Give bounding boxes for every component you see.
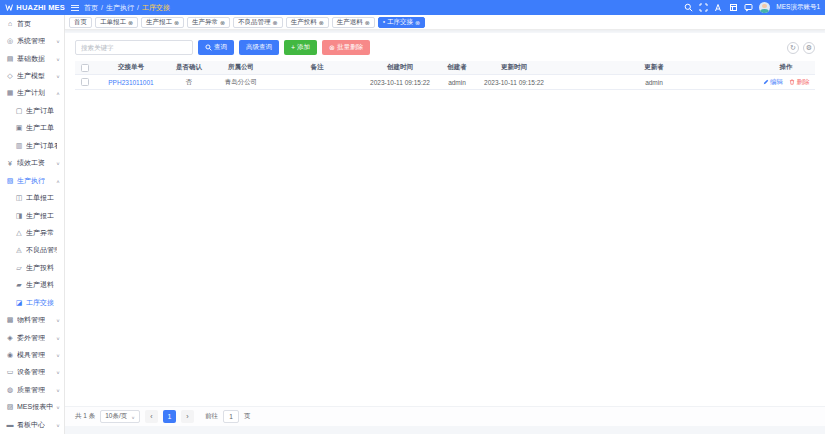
page-size-select[interactable]: 10条/页 ∨	[100, 410, 140, 423]
sidebar-item-workorder-report[interactable]: ◫ 工单报工	[0, 189, 64, 206]
sidebar-item-production-exception[interactable]: △ 生产异常	[0, 224, 64, 241]
home-icon: ⌂	[6, 20, 14, 27]
sidebar-item-order-board[interactable]: ▥ 生产订单看板	[0, 137, 64, 154]
execution-icon: ▧	[6, 177, 14, 185]
tab-material-feed[interactable]: 生产投料 ⊗	[286, 17, 329, 28]
sidebar-item-production-order[interactable]: ▢ 生产订单	[0, 102, 64, 119]
close-icon[interactable]: ⊗	[220, 19, 225, 26]
dashboard-icon: ▬	[6, 421, 14, 428]
chevron-down-icon: ∨	[56, 335, 60, 340]
chevron-down-icon: ∨	[56, 39, 60, 44]
close-icon[interactable]: ⊗	[365, 19, 370, 26]
close-icon[interactable]: ⊗	[273, 19, 278, 26]
tab-production-exception[interactable]: 生产异常 ⊗	[187, 17, 230, 28]
equipment-icon: ▭	[6, 368, 14, 376]
sidebar-item-material-return[interactable]: ▰ 生产退料	[0, 277, 64, 294]
select-all-checkbox[interactable]	[81, 64, 89, 72]
delete-action[interactable]: 删除	[789, 78, 810, 87]
breadcrumb-home[interactable]: 首页	[84, 3, 98, 13]
sidebar-item-production-execution[interactable]: ▧ 生产执行 ∧	[0, 172, 64, 189]
close-icon[interactable]: ⊗	[128, 19, 133, 26]
sidebar-item-system-mgmt[interactable]: ◎ 系统管理 ∨	[0, 32, 64, 49]
next-page-button[interactable]: ›	[181, 410, 194, 423]
tab-defective-mgmt[interactable]: 不良品管理 ⊗	[233, 17, 283, 28]
query-button[interactable]: 查询	[198, 40, 234, 55]
sidebar-item-piece-wage[interactable]: ¥ 绩效工资 ∨	[0, 155, 64, 172]
tab-home[interactable]: 首页	[69, 17, 92, 28]
sidebar-item-production-plan[interactable]: ▦ 生产计划 ∧	[0, 85, 64, 102]
feed-icon: ▱	[15, 264, 23, 272]
sidebar-collapse-icon[interactable]	[71, 5, 79, 11]
toolbar: 查询 高级查询 + 添加 ⊗ 批量删除 ↻ ⚙	[65, 33, 825, 61]
material-icon: ▩	[6, 316, 14, 324]
sidebar-item-outsourcing-mgmt[interactable]: ◈ 委外管理 ∨	[0, 329, 64, 346]
column-settings-icon[interactable]: ⚙	[803, 42, 815, 54]
edit-action[interactable]: 编辑	[763, 78, 784, 87]
col-header-updater: 更新者	[551, 63, 757, 72]
cell-updater: admin	[551, 79, 757, 86]
sidebar-item-production-workorder[interactable]: ▣ 生产工单	[0, 120, 64, 137]
sidebar-item-material-mgmt[interactable]: ▩ 物料管理 ∨	[0, 311, 64, 328]
tab-process-handover[interactable]: ● 工序交接 ⊗	[378, 17, 425, 28]
layout-icon[interactable]	[729, 3, 738, 12]
row-checkbox[interactable]	[81, 78, 89, 86]
delete-icon: ⊗	[329, 44, 335, 51]
breadcrumb-section[interactable]: 生产执行	[106, 3, 134, 13]
tab-production-report[interactable]: 生产报工 ⊗	[141, 17, 184, 28]
sidebar-item-process-handover[interactable]: ◪ 工序交接	[0, 294, 64, 311]
sidebar-item-quality-mgmt[interactable]: ◍ 质量管理 ∨	[0, 381, 64, 398]
app-logo[interactable]: HUAZHI MES	[0, 3, 65, 12]
model-icon: ◇	[6, 72, 14, 80]
workorder-icon: ▣	[15, 124, 23, 132]
sidebar-item-material-feed[interactable]: ▱ 生产投料	[0, 259, 64, 276]
quality-icon: ◍	[6, 386, 14, 394]
sidebar-item-home[interactable]: ⌂ 首页	[0, 15, 64, 32]
chevron-down-icon: ∨	[131, 414, 135, 419]
breadcrumb-current: 工序交接	[142, 3, 170, 13]
sidebar-item-mold-mgmt[interactable]: ◉ 模具管理 ∨	[0, 346, 64, 363]
edit-pencil-icon	[763, 79, 769, 85]
user-avatar[interactable]	[759, 2, 770, 13]
sidebar-item-defective-mgmt[interactable]: ◬ 不良品管理	[0, 242, 64, 259]
goto-page-input[interactable]	[223, 410, 239, 423]
batch-delete-button[interactable]: ⊗ 批量删除	[322, 40, 370, 55]
fullscreen-icon[interactable]	[699, 3, 708, 12]
board-icon: ▥	[15, 142, 23, 150]
table-header-row: 交接单号 是否确认 所属公司 备注 创建时间 创建者 更新时间 更新者 操作	[75, 61, 815, 75]
report-icon: ◨	[15, 212, 23, 220]
sidebar-item-equipment-mgmt[interactable]: ▭ 设备管理 ∨	[0, 364, 64, 381]
sidebar-item-base-data[interactable]: ▤ 基础数据 ∨	[0, 50, 64, 67]
table-row: PPH231011001 否 青岛分公司 2023-10-11 09:15:22…	[75, 75, 815, 90]
close-icon[interactable]: ⊗	[415, 19, 420, 26]
table-empty-space	[65, 90, 825, 406]
handover-no-link[interactable]: PPH231011001	[108, 79, 153, 86]
sidebar-item-board-center[interactable]: ▬ 看板中心 ∨	[0, 416, 64, 433]
page-layout: ⌂ 首页 ◎ 系统管理 ∨ ▤ 基础数据 ∨ ◇ 生产模型 ∨ ▦ 生产计划 ∧…	[0, 15, 825, 434]
plus-icon: +	[291, 44, 295, 51]
add-button[interactable]: + 添加	[284, 40, 317, 55]
close-icon[interactable]: ⊗	[319, 19, 324, 26]
goto-suffix: 页	[244, 412, 251, 421]
database-icon: ▤	[6, 55, 14, 63]
language-icon[interactable]	[714, 3, 723, 12]
message-icon[interactable]	[744, 3, 753, 12]
cell-created-at: 2023-10-11 09:15:22	[363, 79, 437, 86]
defective-icon: ◬	[15, 246, 23, 254]
sidebar-item-production-model[interactable]: ◇ 生产模型 ∨	[0, 67, 64, 84]
username[interactable]: MES演示账号1	[776, 3, 820, 12]
advanced-query-button[interactable]: 高级查询	[239, 40, 279, 55]
close-icon[interactable]: ⊗	[174, 19, 179, 26]
page-1-button[interactable]: 1	[163, 410, 176, 423]
sidebar-item-production-report[interactable]: ◨ 生产报工	[0, 207, 64, 224]
chevron-down-icon: ∨	[56, 318, 60, 323]
search-icon	[205, 44, 212, 51]
search-icon[interactable]	[684, 3, 693, 12]
tab-material-return[interactable]: 生产退料 ⊗	[332, 17, 375, 28]
prev-page-button[interactable]: ‹	[145, 410, 158, 423]
search-input[interactable]	[75, 40, 193, 55]
sidebar-item-mes-report-center[interactable]: ▨ MES报表中心 ∨	[0, 399, 64, 416]
tab-workorder-report[interactable]: 工单报工 ⊗	[95, 17, 138, 28]
logo-w-icon	[5, 3, 13, 12]
topbar: HUAZHI MES 首页 / 生产执行 / 工序交接 MES演示账号1	[0, 0, 825, 15]
refresh-icon[interactable]: ↻	[787, 42, 799, 54]
